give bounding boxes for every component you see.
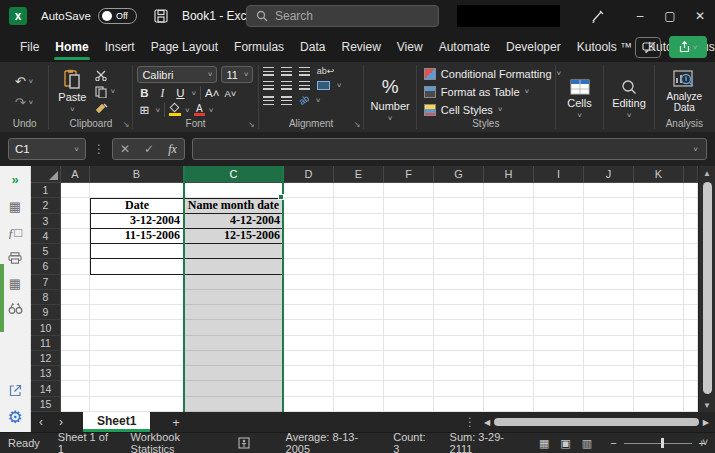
cell-d8[interactable]: [284, 290, 334, 305]
undo-button[interactable]: ↶˅: [15, 74, 34, 89]
cell-h1[interactable]: [484, 183, 534, 198]
cell-a3[interactable]: [61, 214, 90, 229]
settings-gear-icon[interactable]: ⚙: [7, 407, 22, 428]
cell-e5[interactable]: [334, 244, 384, 259]
cell-e13[interactable]: [334, 366, 384, 381]
row-header-12[interactable]: 12: [31, 351, 61, 366]
increase-indent-button[interactable]: [281, 96, 292, 105]
excel-logo-icon[interactable]: x: [9, 7, 27, 25]
tab-home[interactable]: Home: [47, 34, 96, 61]
cell-b11[interactable]: [90, 336, 184, 351]
cell-f9[interactable]: [384, 305, 434, 320]
minimize-button[interactable]: –: [625, 0, 655, 32]
paste-button[interactable]: Paste ˅: [53, 66, 91, 117]
cell-c4[interactable]: 12-15-2006: [184, 229, 284, 244]
cell-e1[interactable]: [334, 183, 384, 198]
normal-view-icon[interactable]: ▦: [539, 437, 549, 450]
decrease-font-size-button[interactable]: A˅: [223, 86, 237, 100]
column-header-i[interactable]: I: [534, 166, 584, 183]
collapse-ribbon-chevron-icon[interactable]: ˅: [702, 437, 708, 448]
cell-d6[interactable]: [284, 259, 334, 274]
cell-h5[interactable]: [484, 244, 534, 259]
cell-k14[interactable]: [634, 381, 684, 396]
cell-b9[interactable]: [90, 305, 184, 320]
tab-options-icon[interactable]: ⋮: [464, 415, 476, 429]
tab-insert[interactable]: Insert: [97, 34, 143, 61]
comments-button[interactable]: [635, 37, 661, 58]
row-header-3[interactable]: 3: [31, 214, 61, 229]
cell-i6[interactable]: [534, 259, 584, 274]
binoculars-icon[interactable]: [8, 303, 23, 314]
cell-d9[interactable]: [284, 305, 334, 320]
cell-b3[interactable]: 3-12-2004: [90, 214, 184, 229]
cell-k6[interactable]: [634, 259, 684, 274]
status-average[interactable]: Average: 8-13-2005: [286, 431, 376, 453]
copy-button[interactable]: ˅: [95, 86, 115, 98]
cell-f10[interactable]: [384, 320, 434, 335]
cell-styles-button[interactable]: Cell Styles ˅: [424, 104, 561, 116]
cell-d15[interactable]: [284, 397, 334, 412]
cell-h8[interactable]: [484, 290, 534, 305]
cell-k10[interactable]: [634, 320, 684, 335]
cell-j15[interactable]: [584, 397, 634, 412]
cell-b6[interactable]: [90, 259, 184, 274]
sheet-tab-sheet1[interactable]: Sheet1: [83, 412, 150, 432]
cell-d7[interactable]: [284, 275, 334, 290]
page-layout-view-icon[interactable]: ▣: [560, 437, 570, 450]
cell-a4[interactable]: [61, 229, 90, 244]
cell-d10[interactable]: [284, 320, 334, 335]
dialog-launcher-icon[interactable]: ↘: [354, 120, 361, 129]
ink-pen-icon[interactable]: [583, 0, 611, 32]
maximize-button[interactable]: ▢: [655, 0, 685, 32]
cell-f13[interactable]: [384, 366, 434, 381]
cell-e2[interactable]: [334, 198, 384, 213]
cell-c12[interactable]: [184, 351, 284, 366]
cell-k11[interactable]: [634, 336, 684, 351]
cell-e15[interactable]: [334, 397, 384, 412]
cell-d11[interactable]: [284, 336, 334, 351]
cell-b5[interactable]: [90, 244, 184, 259]
conditional-formatting-button[interactable]: Conditional Formatting ˅: [424, 68, 561, 80]
cell-i2[interactable]: [534, 198, 584, 213]
expand-pane-icon[interactable]: »: [11, 172, 18, 187]
cell-b4[interactable]: 11-15-2006: [90, 229, 184, 244]
cell-g13[interactable]: [434, 366, 484, 381]
row-header-5[interactable]: 5: [31, 244, 61, 259]
cell-c14[interactable]: [184, 381, 284, 396]
increase-font-size-button[interactable]: A˄: [205, 86, 219, 100]
cut-button[interactable]: [95, 70, 115, 81]
align-bottom-button[interactable]: [299, 67, 310, 76]
cell-h10[interactable]: [484, 320, 534, 335]
horizontal-scrollbar[interactable]: ◀ ▶: [484, 416, 709, 428]
align-middle-button[interactable]: [281, 67, 292, 76]
cell-a15[interactable]: [61, 397, 90, 412]
cell-h9[interactable]: [484, 305, 534, 320]
close-button[interactable]: ✕: [685, 0, 715, 32]
cell-c3[interactable]: 4-12-2004: [184, 214, 284, 229]
cell-g11[interactable]: [434, 336, 484, 351]
cell-g3[interactable]: [434, 214, 484, 229]
cell-h14[interactable]: [484, 381, 534, 396]
cell-a13[interactable]: [61, 366, 90, 381]
redo-button[interactable]: ↷˅: [15, 95, 34, 110]
row-header-11[interactable]: 11: [31, 336, 61, 351]
cell-f5[interactable]: [384, 244, 434, 259]
zoom-slider[interactable]: [624, 443, 692, 444]
cell-g12[interactable]: [434, 351, 484, 366]
cell-j9[interactable]: [584, 305, 634, 320]
page-break-view-icon[interactable]: ▥: [582, 437, 592, 450]
number-format-button[interactable]: % Number ˅: [371, 66, 410, 132]
cell-k15[interactable]: [634, 397, 684, 412]
tab-file[interactable]: File: [12, 34, 47, 61]
italic-button[interactable]: I: [155, 86, 169, 100]
prev-sheet-icon[interactable]: ‹: [31, 415, 51, 429]
cell-h4[interactable]: [484, 229, 534, 244]
tab-developer[interactable]: Developer: [498, 34, 569, 61]
cell-k12[interactable]: [634, 351, 684, 366]
cell-a1[interactable]: [61, 183, 90, 198]
cell-c2[interactable]: Name month date: [184, 198, 284, 213]
cell-c7[interactable]: [184, 275, 284, 290]
cell-b10[interactable]: [90, 320, 184, 335]
analyze-data-button[interactable]: Analyze Data: [659, 66, 710, 117]
row-header-4[interactable]: 4: [31, 229, 61, 244]
